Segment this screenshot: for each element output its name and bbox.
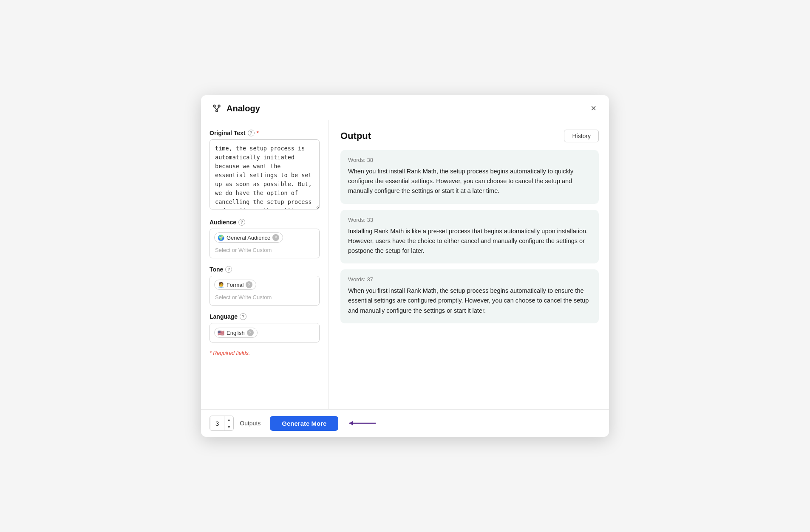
audience-tag-emoji: 🌍 (218, 235, 224, 241)
original-text-label: Original Text ? * (210, 130, 320, 136)
output-word-count-1: Words: 38 (348, 157, 591, 163)
output-text-2: Installing Rank Math is like a pre-set p… (348, 226, 591, 256)
language-help-icon[interactable]: ? (240, 313, 246, 320)
stepper-arrows: ▲ ▼ (224, 416, 233, 430)
output-text-3: When you first install Rank Math, the se… (348, 286, 591, 316)
original-text-section: Original Text ? * (210, 130, 320, 211)
output-card-2: Words: 33 Installing Rank Math is like a… (340, 210, 599, 264)
language-tag-input[interactable]: 🇺🇸 English × (210, 323, 320, 342)
output-word-count-2: Words: 33 (348, 217, 591, 223)
svg-marker-6 (349, 421, 353, 425)
audience-help-icon[interactable]: ? (238, 219, 245, 226)
audience-label: Audience ? (210, 219, 320, 226)
close-button[interactable]: × (588, 103, 599, 114)
original-text-input[interactable] (210, 139, 320, 209)
outputs-label: Outputs (240, 420, 261, 427)
tone-section: Tone ? 🧑‍💼 Formal × Select or Write Cust… (210, 266, 320, 306)
output-header: Output History (340, 130, 599, 142)
tone-tag-input[interactable]: 🧑‍💼 Formal × Select or Write Custom (210, 276, 320, 306)
modal-header: Analogy × (201, 95, 609, 120)
output-word-count-3: Words: 37 (348, 276, 591, 283)
analogy-icon (211, 103, 222, 114)
required-note: * Required fields. (210, 350, 320, 356)
svg-line-3 (215, 107, 217, 110)
audience-section: Audience ? 🌍 General Audience × Select o… (210, 219, 320, 258)
output-title: Output (340, 130, 371, 141)
tone-placeholder: Select or Write Custom (214, 293, 272, 302)
left-panel: Original Text ? * Audience ? 🌍 General A… (201, 120, 329, 409)
tone-help-icon[interactable]: ? (225, 266, 232, 273)
history-button[interactable]: History (564, 130, 599, 142)
modal-body: Original Text ? * Audience ? 🌍 General A… (201, 120, 609, 409)
language-section: Language ? 🇺🇸 English × (210, 313, 320, 342)
analogy-modal: Analogy × Original Text ? * Audience ? (201, 95, 609, 437)
audience-tag: 🌍 General Audience × (214, 232, 283, 243)
audience-tag-label: General Audience (227, 235, 270, 241)
language-tag-remove[interactable]: × (247, 329, 254, 336)
original-text-help-icon[interactable]: ? (248, 130, 255, 136)
modal-title-row: Analogy (211, 103, 260, 114)
right-panel: Output History Words: 38 When you first … (329, 120, 609, 409)
output-cards: Words: 38 When you first install Rank Ma… (340, 150, 599, 323)
output-card-1: Words: 38 When you first install Rank Ma… (340, 150, 599, 204)
tone-tag-remove[interactable]: × (246, 281, 252, 288)
outputs-count: 3 (210, 416, 224, 430)
tone-tag-emoji: 🧑‍💼 (218, 282, 224, 288)
outputs-stepper[interactable]: 3 ▲ ▼ (210, 416, 234, 431)
generate-more-button[interactable]: Generate More (270, 416, 338, 431)
stepper-down[interactable]: ▼ (224, 423, 233, 430)
svg-line-4 (217, 107, 219, 110)
tone-label: Tone ? (210, 266, 320, 273)
tone-tag: 🧑‍💼 Formal × (214, 280, 256, 290)
modal-title: Analogy (227, 104, 260, 113)
language-tag: 🇺🇸 English × (214, 328, 258, 338)
audience-tag-input[interactable]: 🌍 General Audience × Select or Write Cus… (210, 229, 320, 258)
audience-tag-remove[interactable]: × (272, 234, 279, 241)
audience-placeholder: Select or Write Custom (214, 246, 272, 255)
output-card-3: Words: 37 When you first install Rank Ma… (340, 269, 599, 323)
language-tag-label: English (227, 330, 245, 336)
language-label: Language ? (210, 313, 320, 320)
arrow-indicator (346, 418, 380, 428)
tone-tag-label: Formal (227, 282, 244, 288)
language-tag-emoji: 🇺🇸 (218, 330, 224, 336)
output-text-1: When you first install Rank Math, the se… (348, 167, 591, 196)
stepper-up[interactable]: ▲ (224, 416, 233, 423)
bottom-bar: 3 ▲ ▼ Outputs Generate More (201, 409, 609, 437)
